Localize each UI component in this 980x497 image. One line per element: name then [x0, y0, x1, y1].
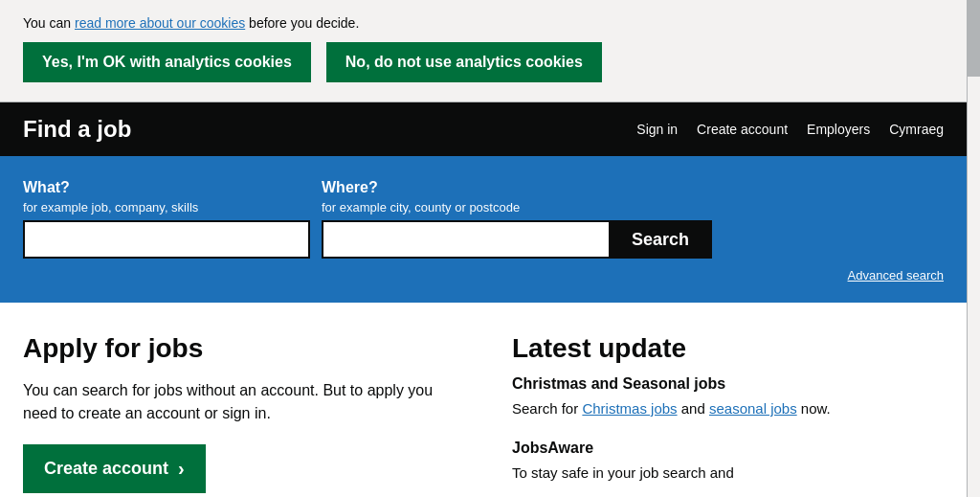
- apply-for-jobs-heading: Apply for jobs: [23, 333, 455, 364]
- site-header: Find a job Sign in Create account Employ…: [0, 102, 967, 156]
- main-content: Apply for jobs You can search for jobs w…: [0, 303, 967, 497]
- sign-in-link[interactable]: Sign in: [636, 122, 678, 137]
- create-account-label: Create account: [44, 459, 168, 479]
- cookie-buttons: Yes, I'm OK with analytics cookies No, d…: [23, 42, 944, 82]
- jobsaware-text: To stay safe in your job search and: [512, 463, 944, 485]
- christmas-jobs-text: Search for Christmas jobs and seasonal j…: [512, 398, 944, 420]
- content-area: You can read more about our cookies befo…: [0, 0, 967, 497]
- seasonal-jobs-link[interactable]: seasonal jobs: [709, 400, 797, 417]
- christmas-jobs-title: Christmas and Seasonal jobs: [512, 375, 944, 393]
- create-account-arrow: ›: [178, 458, 185, 480]
- update-item-christmas: Christmas and Seasonal jobs Search for C…: [512, 375, 944, 420]
- accept-cookies-button[interactable]: Yes, I'm OK with analytics cookies: [23, 42, 311, 82]
- where-label: Where?: [322, 179, 609, 196]
- cookie-link[interactable]: read more about our cookies: [75, 15, 245, 31]
- search-fields: What? for example job, company, skills W…: [23, 179, 944, 259]
- christmas-jobs-link[interactable]: Christmas jobs: [582, 400, 677, 417]
- where-input[interactable]: [322, 220, 609, 259]
- where-hint: for example city, county or postcode: [322, 200, 609, 215]
- latest-update-heading: Latest update: [512, 333, 944, 364]
- page-wrapper: You can read more about our cookies befo…: [0, 0, 980, 497]
- where-field-group: Where? for example city, county or postc…: [322, 179, 609, 259]
- site-logo[interactable]: Find a job: [23, 116, 131, 143]
- search-button[interactable]: Search: [609, 220, 712, 259]
- apply-for-jobs-description: You can search for jobs without an accou…: [23, 379, 455, 425]
- what-label: What?: [23, 179, 310, 196]
- advanced-search-container: Advanced search: [23, 266, 944, 283]
- create-account-button[interactable]: Create account ›: [23, 444, 206, 493]
- apply-for-jobs-section: Apply for jobs You can search for jobs w…: [23, 333, 455, 497]
- what-field-group: What? for example job, company, skills: [23, 179, 310, 259]
- jobsaware-title: JobsAware: [512, 440, 944, 457]
- scrollbar[interactable]: [967, 0, 980, 497]
- what-hint: for example job, company, skills: [23, 200, 310, 215]
- cymraeg-link[interactable]: Cymraeg: [889, 122, 944, 137]
- create-account-nav-link[interactable]: Create account: [697, 122, 788, 137]
- cookie-text: You can read more about our cookies befo…: [23, 15, 944, 31]
- update-item-jobsaware: JobsAware To stay safe in your job searc…: [512, 440, 944, 485]
- latest-update-section: Latest update Christmas and Seasonal job…: [512, 333, 944, 497]
- employers-link[interactable]: Employers: [807, 122, 870, 137]
- what-input[interactable]: [23, 220, 310, 259]
- cookie-banner: You can read more about our cookies befo…: [0, 0, 967, 102]
- advanced-search-link[interactable]: Advanced search: [848, 268, 944, 282]
- search-section: What? for example job, company, skills W…: [0, 156, 967, 303]
- main-nav: Sign in Create account Employers Cymraeg: [636, 122, 944, 137]
- reject-cookies-button[interactable]: No, do not use analytics cookies: [326, 42, 602, 82]
- scrollbar-thumb[interactable]: [968, 0, 980, 77]
